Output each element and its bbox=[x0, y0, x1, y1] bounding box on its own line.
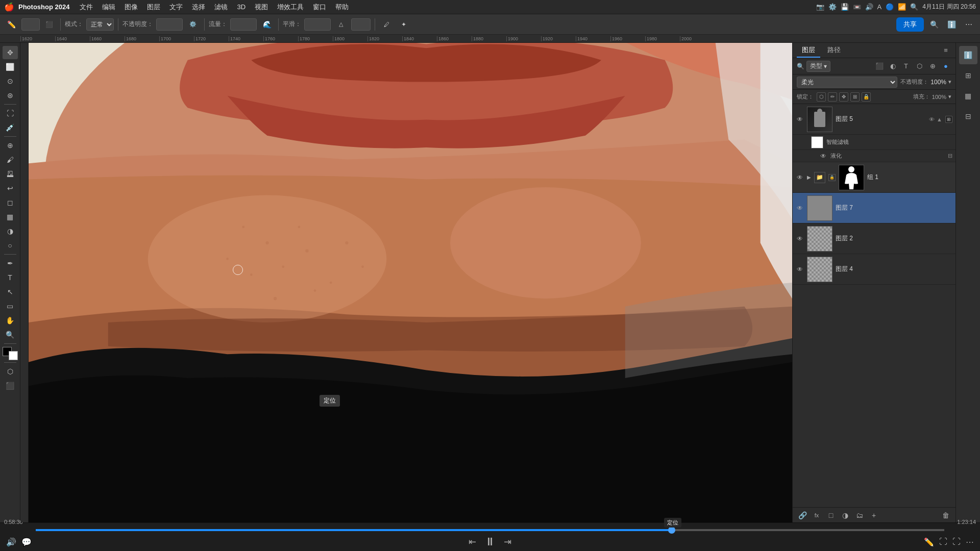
lock-artboard-icon[interactable]: ⊞ bbox=[850, 92, 860, 102]
layer-chevron-icon-5[interactable]: ▲ bbox=[937, 116, 942, 122]
progress-bar[interactable]: 0:58:30 1:23:14 定位 bbox=[0, 523, 980, 533]
history-brush-tool[interactable]: ↩ bbox=[3, 182, 18, 195]
angle-input[interactable]: 0° bbox=[351, 18, 371, 31]
progress-track[interactable]: 定位 bbox=[36, 529, 944, 531]
menu-text[interactable]: 文字 bbox=[165, 2, 187, 13]
layer-effects-icon[interactable]: fx bbox=[811, 510, 822, 521]
menu-3d[interactable]: 3D bbox=[233, 2, 250, 12]
group-expand-icon[interactable]: ▶ bbox=[807, 174, 811, 180]
lock-all-icon[interactable]: 🔒 bbox=[862, 92, 871, 102]
quick-mask-tool[interactable]: ⬡ bbox=[3, 365, 18, 378]
shape-tool[interactable]: ▭ bbox=[3, 299, 18, 313]
bluetooth-icon[interactable]: 🔵 bbox=[886, 3, 894, 11]
eraser-tool[interactable]: ◻ bbox=[3, 196, 18, 209]
menu-plugins[interactable]: 增效工具 bbox=[273, 2, 308, 13]
more-icon[interactable]: ⋯ bbox=[962, 17, 976, 32]
gradient-tool[interactable]: ▦ bbox=[3, 210, 18, 223]
eyedropper-tool[interactable]: 💉 bbox=[3, 121, 18, 134]
audio-toggle-icon[interactable]: 🔊 bbox=[6, 537, 16, 547]
link-layers-icon[interactable]: 🔗 bbox=[797, 510, 808, 521]
tab-paths[interactable]: 路径 bbox=[822, 43, 846, 58]
layer-item-group1[interactable]: 👁 ▶ 📁 🔒 组 1 bbox=[793, 162, 955, 193]
adjustments-panel-btn[interactable]: ⊞ bbox=[959, 66, 977, 85]
audio-icon[interactable]: 🔊 bbox=[865, 3, 873, 11]
save-icon[interactable]: 💾 bbox=[841, 3, 849, 11]
smooth-input[interactable]: 0% bbox=[304, 18, 331, 31]
menu-view[interactable]: 视图 bbox=[251, 2, 272, 13]
info-icon[interactable]: ℹ️ bbox=[944, 17, 959, 32]
layer-item-7[interactable]: 👁 图层 7 bbox=[793, 193, 955, 223]
filter-active-icon[interactable]: ● bbox=[940, 61, 951, 72]
filter-pixel-icon[interactable]: ⬛ bbox=[874, 61, 885, 72]
path-select-tool[interactable]: ↖ bbox=[3, 285, 18, 298]
layer-item-2[interactable]: 👁 图层 2 bbox=[793, 223, 955, 254]
opacity-input[interactable]: 10% bbox=[156, 18, 183, 31]
filter-text-icon[interactable]: T bbox=[900, 61, 912, 72]
layer-item-5[interactable]: 👁 图层 5 👁 ▲ bbox=[793, 104, 955, 135]
liquify-settings-icon[interactable]: ⊟ bbox=[948, 153, 952, 159]
layer-visibility-group1[interactable]: 👁 bbox=[796, 173, 804, 182]
lasso-tool[interactable]: ⊙ bbox=[3, 74, 18, 88]
screen-mode-tool[interactable]: ⬛ bbox=[3, 379, 18, 392]
smart-filter-row[interactable]: 智能滤镜 bbox=[793, 135, 955, 150]
layer-blend-select[interactable]: 柔光 正常 溶解 变暗 正片叠底 bbox=[797, 77, 897, 88]
share-button[interactable]: 共享 bbox=[896, 17, 924, 32]
pause-button[interactable]: ⏸ bbox=[484, 535, 496, 548]
menu-file[interactable]: 文件 bbox=[76, 2, 97, 13]
menu-select[interactable]: 选择 bbox=[188, 2, 209, 13]
panel-menu-icon[interactable]: ≡ bbox=[940, 45, 951, 56]
layer-visibility-2[interactable]: 👁 bbox=[796, 235, 804, 243]
menu-image[interactable]: 图像 bbox=[120, 2, 142, 13]
adjustment-layer-icon[interactable]: ◑ bbox=[840, 510, 851, 521]
menu-edit[interactable]: 编辑 bbox=[98, 2, 119, 13]
canvas-area[interactable]: 定位 bbox=[20, 43, 792, 522]
zoom-tool[interactable]: 🔍 bbox=[3, 328, 18, 341]
flow-input[interactable]: 10% bbox=[230, 18, 257, 31]
selection-tool[interactable]: ⬜ bbox=[3, 60, 18, 73]
lock-position-icon[interactable]: ✥ bbox=[839, 92, 848, 102]
tab-layers[interactable]: 图层 bbox=[797, 43, 820, 58]
lock-pixels-icon[interactable]: ✏ bbox=[828, 92, 837, 102]
menu-help[interactable]: 帮助 bbox=[331, 2, 353, 13]
blend-mode-select[interactable]: 正常 bbox=[86, 18, 114, 31]
font-icon[interactable]: A bbox=[877, 3, 882, 11]
record-icon[interactable]: 📼 bbox=[853, 3, 861, 11]
hand-tool[interactable]: ✋ bbox=[3, 314, 18, 327]
pen-tool-icon[interactable]: ✏️ bbox=[924, 537, 934, 547]
move-tool[interactable]: ✥ bbox=[3, 46, 18, 59]
healing-tool[interactable]: ⊕ bbox=[3, 139, 18, 152]
flow-settings-icon[interactable]: 🌊 bbox=[260, 17, 274, 32]
expand-icon[interactable]: ⛶ bbox=[952, 537, 961, 546]
dodge-tool[interactable]: ○ bbox=[3, 239, 18, 252]
fullscreen-icon[interactable]: ⛶ bbox=[939, 537, 947, 546]
delete-layer-icon[interactable]: 🗑 bbox=[940, 510, 951, 521]
crop-tool[interactable]: ⛶ bbox=[3, 107, 18, 120]
layer-visibility-5[interactable]: 👁 bbox=[796, 115, 804, 123]
fill-chevron-icon[interactable]: ▾ bbox=[948, 93, 951, 100]
layer-visibility-7[interactable]: 👁 bbox=[796, 204, 804, 212]
layer-mask-icon[interactable]: □ bbox=[825, 510, 837, 521]
filter-adjust-icon[interactable]: ◐ bbox=[887, 61, 898, 72]
filter-type-button[interactable]: 类型 ▾ bbox=[806, 61, 830, 72]
libraries-panel-btn[interactable]: ⊟ bbox=[959, 107, 977, 126]
filter-shape-icon[interactable]: ⬡ bbox=[914, 61, 925, 72]
menu-window[interactable]: 窗口 bbox=[309, 2, 330, 13]
settings-icon[interactable]: ⚙️ bbox=[828, 3, 837, 11]
rewind-5s-icon[interactable]: ⇤ bbox=[469, 536, 476, 547]
liquify-visibility-icon[interactable]: 👁 bbox=[819, 152, 827, 160]
forward-5s-icon[interactable]: ⇥ bbox=[504, 536, 511, 547]
menu-filter[interactable]: 滤镜 bbox=[210, 2, 232, 13]
pen-tool[interactable]: ✒ bbox=[3, 257, 18, 270]
angle-icon[interactable]: △ bbox=[334, 17, 348, 32]
quick-select-tool[interactable]: ⊛ bbox=[3, 89, 18, 102]
pressure-icon[interactable]: 🖊 bbox=[379, 17, 394, 32]
text-tool[interactable]: T bbox=[3, 271, 18, 284]
menu-layer[interactable]: 图层 bbox=[143, 2, 164, 13]
apple-logo-icon[interactable]: 🍎 bbox=[4, 2, 14, 12]
liquify-row[interactable]: 👁 液化 ⊟ bbox=[793, 150, 955, 162]
background-color[interactable] bbox=[9, 351, 18, 360]
photo-canvas[interactable]: 定位 bbox=[29, 43, 792, 522]
blur-tool[interactable]: ◑ bbox=[3, 224, 18, 238]
subtitle-toggle-icon[interactable]: 💬 bbox=[21, 537, 32, 547]
filter-smart-icon[interactable]: ⊕ bbox=[927, 61, 938, 72]
